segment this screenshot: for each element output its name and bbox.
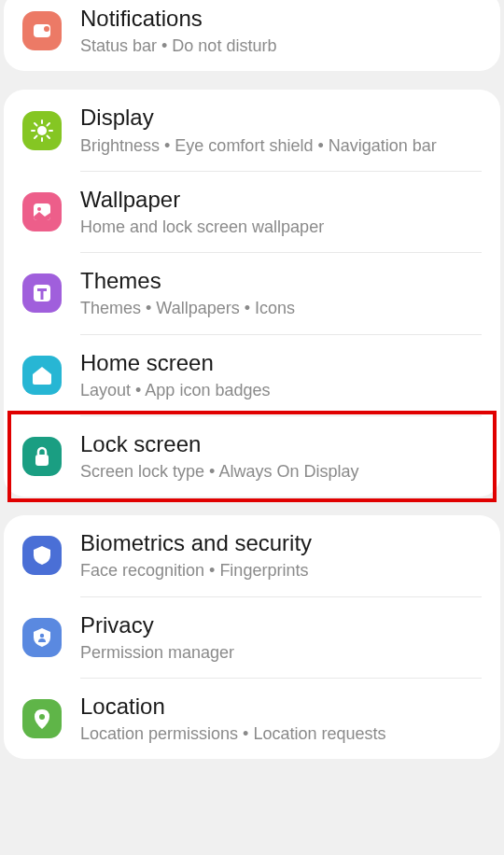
settings-section: NotificationsStatus bar • Do not disturb [4, 0, 500, 71]
settings-item-subtitle: Themes • Wallpapers • Icons [80, 297, 482, 320]
settings-item-subtitle: Status bar • Do not disturb [80, 35, 482, 58]
settings-item-title: Notifications [80, 4, 482, 33]
settings-item-text: ThemesThemes • Wallpapers • Icons [80, 266, 482, 320]
settings-item-subtitle: Home and lock screen wallpaper [80, 216, 482, 239]
settings-item-text: NotificationsStatus bar • Do not disturb [80, 4, 482, 58]
settings-item-text: Lock screenScreen lock type • Always On … [80, 429, 482, 484]
settings-item-title: Privacy [80, 610, 482, 639]
settings-item-display[interactable]: DisplayBrightness • Eye comfort shield •… [4, 90, 500, 170]
settings-item-themes[interactable]: ThemesThemes • Wallpapers • Icons [4, 253, 500, 333]
settings-item-title: Lock screen [80, 429, 482, 458]
settings-item-title: Themes [80, 266, 482, 295]
settings-item-title: Biometrics and security [80, 528, 482, 557]
settings-item-biometrics[interactable]: Biometrics and securityFace recognition … [4, 515, 500, 596]
settings-section: Biometrics and securityFace recognition … [4, 515, 500, 759]
settings-item-title: Wallpaper [80, 185, 482, 214]
themes-icon [22, 273, 62, 313]
settings-item-location[interactable]: LocationLocation permissions • Location … [4, 679, 500, 759]
settings-item-text: WallpaperHome and lock screen wallpaper [80, 185, 482, 239]
settings-item-home-screen[interactable]: Home screenLayout • App icon badges [4, 335, 500, 415]
settings-item-subtitle: Layout • App icon badges [80, 379, 482, 402]
settings-section: DisplayBrightness • Eye comfort shield •… [4, 90, 500, 497]
settings-item-subtitle: Location permissions • Location requests [80, 722, 482, 746]
notifications-icon [22, 11, 62, 50]
settings-item-privacy[interactable]: PrivacyPermission manager [4, 597, 500, 678]
settings-item-subtitle: Brightness • Eye comfort shield • Naviga… [80, 134, 482, 158]
wallpaper-icon [22, 192, 62, 231]
biometrics-icon [22, 536, 62, 575]
settings-item-title: Home screen [80, 348, 482, 377]
display-icon [22, 111, 62, 150]
settings-item-text: DisplayBrightness • Eye comfort shield •… [80, 103, 482, 157]
settings-item-text: Home screenLayout • App icon badges [80, 348, 482, 402]
settings-item-notifications[interactable]: NotificationsStatus bar • Do not disturb [4, 0, 500, 71]
settings-item-text: Biometrics and securityFace recognition … [80, 528, 482, 582]
location-icon [22, 699, 62, 738]
settings-item-subtitle: Face recognition • Fingerprints [80, 559, 482, 582]
settings-item-text: LocationLocation permissions • Location … [80, 692, 482, 746]
settings-item-lock-screen[interactable]: Lock screenScreen lock type • Always On … [4, 416, 500, 497]
privacy-icon [22, 618, 62, 657]
settings-item-title: Location [80, 692, 482, 721]
settings-item-subtitle: Screen lock type • Always On Display [80, 460, 482, 484]
settings-item-subtitle: Permission manager [80, 641, 482, 665]
lock-screen-icon [22, 437, 62, 476]
settings-item-title: Display [80, 103, 482, 132]
settings-item-text: PrivacyPermission manager [80, 610, 482, 665]
home-screen-icon [22, 356, 62, 395]
settings-item-wallpaper[interactable]: WallpaperHome and lock screen wallpaper [4, 172, 500, 252]
